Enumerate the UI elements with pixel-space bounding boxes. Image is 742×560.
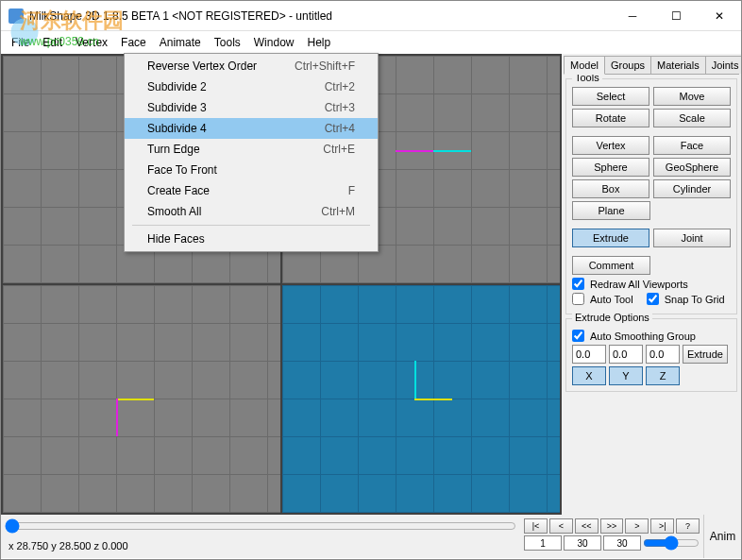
axis-z-button[interactable]: Z	[646, 366, 680, 385]
menu-turn-edge[interactable]: Turn EdgeCtrl+E	[125, 139, 378, 160]
axis-x-button[interactable]: X	[572, 366, 606, 385]
window-title: MilkShape 3D 1.8.5 BETA 1 <NOT REGISTERE…	[29, 9, 611, 23]
extrude-options-group: Extrude Options Auto Smoothing Group Ext…	[565, 318, 737, 392]
menu-animate[interactable]: Animate	[153, 33, 208, 52]
tab-groups[interactable]: Groups	[604, 56, 651, 74]
frame-first-button[interactable]: |<	[524, 518, 548, 534]
close-button[interactable]: ✕	[698, 2, 741, 30]
tabs: Model Groups Materials Joints	[564, 56, 739, 75]
frame-forward-button[interactable]: >>	[600, 518, 624, 534]
tools-group: Tools SelectMove RotateScale VertexFace …	[565, 78, 737, 314]
redraw-label: Redraw All Viewports	[590, 279, 688, 290]
cylinder-button[interactable]: Cylinder	[653, 179, 731, 198]
plane-button[interactable]: Plane	[572, 201, 650, 220]
app-icon	[8, 8, 24, 24]
face-button[interactable]: Face	[653, 136, 731, 155]
viewport-bottom-right[interactable]	[282, 285, 560, 513]
extrude-options-label: Extrude Options	[572, 312, 652, 323]
menu-smooth-all[interactable]: Smooth AllCtrl+M	[125, 201, 378, 222]
menu-tools[interactable]: Tools	[208, 33, 247, 52]
vertex-button[interactable]: Vertex	[572, 136, 649, 155]
menu-subdivide-2[interactable]: Subdivide 2Ctrl+2	[125, 76, 378, 97]
menu-hide-faces[interactable]: Hide Faces	[125, 229, 378, 249]
auto-tool-label: Auto Tool	[590, 294, 633, 305]
move-button[interactable]: Move	[653, 87, 731, 106]
status-coords: x 28.750 y 28.500 z 0.000	[5, 538, 516, 553]
menu-window[interactable]: Window	[247, 33, 301, 52]
auto-tool-checkbox[interactable]	[572, 293, 584, 305]
menu-edit[interactable]: Edit	[36, 33, 69, 52]
menubar: File Edit Vertex Face Animate Tools Wind…	[1, 31, 741, 54]
rotate-button[interactable]: Rotate	[572, 109, 649, 127]
menu-file[interactable]: File	[5, 33, 36, 52]
side-panel: Model Groups Materials Joints Tools Sele…	[562, 54, 741, 515]
menu-separator	[132, 225, 370, 226]
axis-y-button[interactable]: Y	[609, 366, 643, 385]
frame-last-button[interactable]: >|	[650, 518, 674, 534]
joint-button[interactable]: Joint	[653, 229, 731, 247]
timeline: x 28.750 y 28.500 z 0.000	[1, 515, 520, 558]
menu-vertex[interactable]: Vertex	[69, 33, 114, 52]
tab-materials[interactable]: Materials	[650, 56, 706, 74]
box-button[interactable]: Box	[572, 179, 649, 198]
snap-label: Snap To Grid	[665, 294, 725, 305]
frame-help-button[interactable]: ?	[676, 518, 700, 534]
auto-smoothing-label: Auto Smoothing Group	[590, 331, 696, 342]
face-menu-dropdown: Reverse Vertex OrderCtrl+Shift+F Subdivi…	[124, 53, 379, 252]
menu-face-to-front[interactable]: Face To Front	[125, 160, 378, 180]
extrude-y-input[interactable]	[609, 345, 643, 364]
frame-end-input[interactable]	[564, 535, 601, 551]
snap-checkbox[interactable]	[647, 293, 659, 305]
extrude-z-input[interactable]	[646, 345, 680, 364]
timeline-slider[interactable]	[5, 517, 516, 535]
frame-next-button[interactable]: >	[625, 518, 649, 534]
extrude-x-input[interactable]	[572, 345, 606, 364]
menu-subdivide-3[interactable]: Subdivide 3Ctrl+3	[125, 97, 378, 118]
tab-joints[interactable]: Joints	[705, 56, 742, 74]
viewport-bottom-left[interactable]	[3, 285, 280, 513]
comment-button[interactable]: Comment	[572, 256, 650, 275]
extrude-apply-button[interactable]: Extrude	[683, 345, 728, 364]
select-button[interactable]: Select	[572, 87, 649, 106]
extrude-button[interactable]: Extrude	[572, 229, 649, 247]
geosphere-button[interactable]: GeoSphere	[653, 158, 731, 177]
frame-scrub-slider[interactable]	[643, 535, 700, 551]
bottom-bar: x 28.750 y 28.500 z 0.000 |< < << >> > >…	[1, 515, 741, 558]
frame-total-input[interactable]	[603, 535, 641, 551]
menu-help[interactable]: Help	[300, 33, 337, 52]
sphere-button[interactable]: Sphere	[572, 158, 649, 177]
minimize-button[interactable]: ─	[611, 2, 654, 30]
tab-model[interactable]: Model	[564, 56, 605, 75]
menu-subdivide-4[interactable]: Subdivide 4Ctrl+4	[125, 118, 378, 139]
frame-prev-button[interactable]: <	[549, 518, 573, 534]
menu-reverse-vertex-order[interactable]: Reverse Vertex OrderCtrl+Shift+F	[125, 56, 378, 76]
frame-controls: |< < << >> > >| ?	[520, 515, 703, 558]
redraw-checkbox[interactable]	[572, 278, 584, 290]
titlebar: MilkShape 3D 1.8.5 BETA 1 <NOT REGISTERE…	[1, 1, 741, 31]
menu-face[interactable]: Face	[114, 33, 153, 52]
frame-current-input[interactable]	[524, 535, 562, 551]
scale-button[interactable]: Scale	[653, 109, 731, 127]
menu-create-face[interactable]: Create FaceF	[125, 180, 378, 201]
anim-button[interactable]: Anim	[703, 515, 741, 558]
maximize-button[interactable]: ☐	[654, 2, 698, 30]
auto-smoothing-checkbox[interactable]	[572, 330, 584, 342]
frame-rewind-button[interactable]: <<	[575, 518, 599, 534]
